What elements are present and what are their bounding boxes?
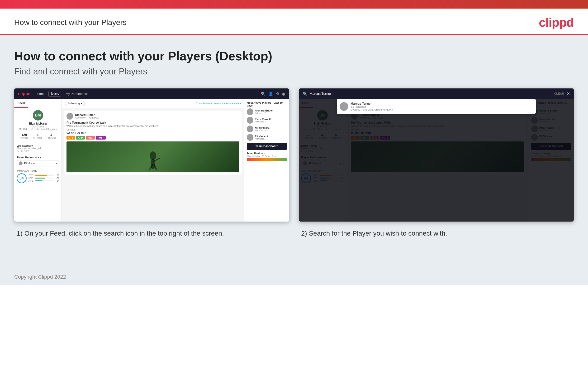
feed-tab-1: Feed bbox=[14, 99, 28, 108]
avatar-icon-1: ◉ bbox=[282, 92, 285, 96]
heatmap-section-1: Team Heatmap Player Quality · 20 Round T… bbox=[247, 152, 287, 161]
copyright: Copyright Clippd 2022 bbox=[14, 274, 66, 280]
shot-tags-1: OTT APP ARG PUTT bbox=[67, 136, 239, 139]
bar-app: APP 70 bbox=[28, 177, 59, 179]
bar-arg: ARG 64 bbox=[28, 180, 59, 182]
bar-ott: OTT 79 bbox=[28, 174, 59, 176]
screenshot-block-2: clippd Home Teams My Performance 🔍 👤 ⚙ ◉ bbox=[299, 88, 574, 240]
stat-activities-1: 129 Activities bbox=[20, 133, 28, 139]
team-dashboard-btn-1[interactable]: Team Dashboard bbox=[247, 143, 287, 150]
search-icon-1[interactable]: 🔍 bbox=[261, 92, 265, 96]
player-avatar-2 bbox=[247, 117, 253, 124]
caption-1: 1) On your Feed, click on the search ico… bbox=[14, 221, 289, 240]
app-nav-1: clippd Home Teams My Performance 🔍 👤 ⚙ ◉ bbox=[14, 88, 289, 99]
screenshot-frame-2: clippd Home Teams My Performance 🔍 👤 ⚙ ◉ bbox=[299, 88, 574, 221]
app-logo-1: clippd bbox=[18, 91, 31, 96]
duration-label-1: Duration 02 hr : 00 min bbox=[67, 128, 239, 135]
score-circle-1: 84 bbox=[17, 173, 26, 183]
following-btn-1[interactable]: Following ▾ bbox=[65, 101, 85, 106]
page-title: How to connect with your Players bbox=[14, 18, 127, 27]
stat-followers-1: 3 Followers bbox=[33, 133, 42, 139]
clear-button[interactable]: CLEAR bbox=[554, 92, 564, 95]
nav-home-1: Home bbox=[35, 92, 44, 96]
caption-2: 2) Search for the Player you wish to con… bbox=[299, 221, 574, 240]
intro-title: How to connect with your Players (Deskto… bbox=[14, 49, 574, 63]
profile-name-1: Blair McHarg bbox=[17, 122, 59, 125]
player-list-item-4: Eli Vincent Activities: 1 bbox=[247, 134, 287, 141]
main-content: How to connect with your Players (Deskto… bbox=[0, 35, 588, 269]
player-select-1[interactable]: Eli Vincent ▾ bbox=[17, 160, 59, 166]
search-result-handicap: 1.5 Handicap bbox=[351, 105, 393, 108]
search-result-club: Cypress Point Club, United Kingdom bbox=[351, 108, 393, 111]
left-panel-1: Feed BM Blair McHarg Golf Coach Mill Rid… bbox=[14, 99, 62, 221]
chevron-following: ▾ bbox=[81, 102, 82, 105]
tag-arg-1: ARG bbox=[86, 136, 95, 139]
avatar-1: BM bbox=[33, 110, 43, 120]
player-list-item-1: Richard Butler Activities: 7 bbox=[247, 108, 287, 115]
activity-author-avatar-1 bbox=[67, 113, 73, 120]
quality-section-1: Total Player Quality 84 OTT 79 bbox=[14, 168, 61, 185]
heatmap-bar-1 bbox=[247, 158, 287, 161]
profile-card-1: BM Blair McHarg Golf Coach Mill Ride Gol… bbox=[14, 108, 61, 143]
big-score-1: 84 OTT 79 APP bbox=[17, 173, 59, 183]
nav-performance-1: My Performance bbox=[66, 92, 88, 96]
right-panel-1: Most Active Players - Last 30 days Richa… bbox=[244, 99, 289, 221]
activity-header-1: Richard Butler Yesterday · The Grove bbox=[67, 113, 239, 120]
player-avatar-3 bbox=[247, 126, 253, 132]
svg-point-0 bbox=[149, 151, 156, 160]
footer: Copyright Clippd 2022 bbox=[0, 269, 588, 285]
close-button[interactable]: ✕ bbox=[566, 91, 570, 96]
nav-icons-1: 🔍 👤 ⚙ ◉ bbox=[261, 92, 285, 96]
screenshot-frame-1: clippd Home Teams My Performance 🔍 👤 ⚙ ◉ bbox=[14, 88, 289, 221]
people-icon-1: 👤 bbox=[268, 92, 273, 96]
player-avatar-1 bbox=[247, 108, 253, 115]
settings-icon-1: ⚙ bbox=[276, 92, 279, 96]
activity-card-1: Richard Butler Yesterday · The Grove Pre… bbox=[64, 110, 242, 175]
profile-role-1: Golf Coach bbox=[17, 125, 59, 128]
screenshot-block-1: clippd Home Teams My Performance 🔍 👤 ⚙ ◉ bbox=[14, 88, 289, 240]
tag-putt-1: PUTT bbox=[96, 136, 106, 139]
intro-section: How to connect with your Players (Deskto… bbox=[14, 49, 574, 88]
center-panel-1: Following ▾ Control who can see your act… bbox=[62, 99, 244, 221]
center-top-1: Following ▾ Control who can see your act… bbox=[62, 99, 244, 108]
search-result-item[interactable]: Marcus Turner 1.5 Handicap Cypress Point… bbox=[340, 102, 533, 111]
golf-image-1 bbox=[67, 141, 239, 172]
profile-stats-1: 129 Activities 3 Followers 4 Following bbox=[17, 131, 59, 140]
search-input[interactable]: Marcus Turner bbox=[310, 92, 552, 96]
search-result-avatar bbox=[340, 102, 348, 111]
stat-following-1: 4 Following bbox=[47, 133, 56, 139]
latest-activity-1: Latest Activity Afternoon round of golf … bbox=[14, 143, 61, 154]
dropdown-chevron-1: ▾ bbox=[56, 162, 57, 165]
player-list-item-2: Piers Parnell Activities: 4 bbox=[247, 117, 287, 124]
search-icon-overlay: 🔍 bbox=[303, 92, 307, 96]
nav-teams-1: Teams bbox=[48, 91, 61, 97]
search-bar: 🔍 Marcus Turner CLEAR ✕ bbox=[299, 88, 574, 99]
profile-club-1: Mill Ride Golf Club, United Kingdom bbox=[17, 128, 59, 130]
intro-subtitle: Find and connect with your Players bbox=[14, 66, 574, 77]
player-avatar-4 bbox=[247, 134, 253, 141]
tag-ott-1: OTT bbox=[67, 136, 75, 139]
header: How to connect with your Players clippd bbox=[0, 9, 588, 35]
player-select-avatar bbox=[19, 161, 23, 165]
logo: clippd bbox=[539, 15, 574, 29]
search-result-dropdown: Marcus Turner 1.5 Handicap Cypress Point… bbox=[337, 99, 536, 114]
search-result-name: Marcus Turner bbox=[351, 102, 393, 105]
screenshots-row: clippd Home Teams My Performance 🔍 👤 ⚙ ◉ bbox=[14, 88, 574, 240]
player-list-item-3: Hiral Pujara Activities: 3 bbox=[247, 126, 287, 132]
tag-app-1: APP bbox=[76, 136, 85, 139]
player-perf-1: Player Performance Eli Vincent ▾ bbox=[14, 154, 61, 168]
top-bar bbox=[0, 0, 588, 9]
app-body-1: Feed BM Blair McHarg Golf Coach Mill Rid… bbox=[14, 99, 289, 221]
score-bars-1: OTT 79 APP 70 bbox=[28, 174, 59, 183]
control-link-1[interactable]: Control who can see your activity and da… bbox=[196, 102, 241, 105]
